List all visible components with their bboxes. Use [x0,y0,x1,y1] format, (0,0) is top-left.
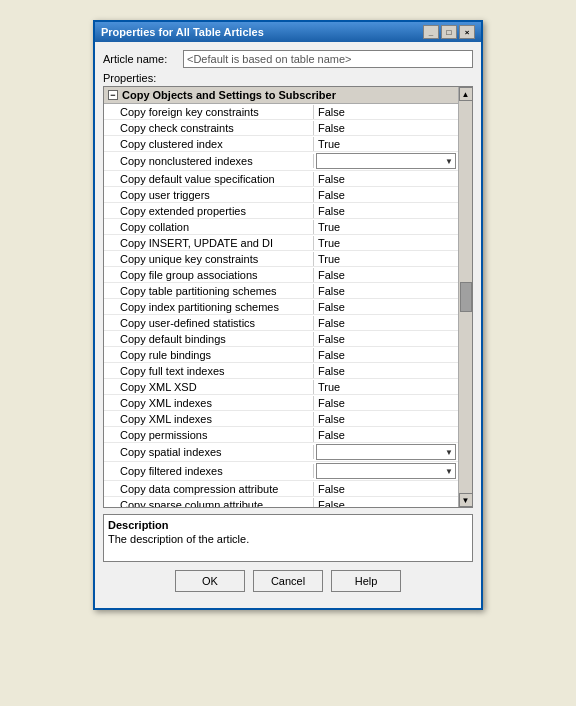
prop-row[interactable]: Copy permissions False [104,427,458,443]
prop-name: Copy check constraints [104,121,314,135]
prop-name: Copy foreign key constraints [104,105,314,119]
prop-name: Copy table partitioning schemes [104,284,314,298]
prop-row-nonclustered[interactable]: Copy nonclustered indexes ▼ [104,152,458,171]
prop-name: Copy XML XSD [104,380,314,394]
dropdown-arrow-icon: ▼ [445,448,453,457]
prop-name: Copy default value specification [104,172,314,186]
prop-name: Copy XML indexes [104,396,314,410]
prop-name: Copy user-defined statistics [104,316,314,330]
title-bar: Properties for All Table Articles _ □ × [95,22,481,42]
prop-row[interactable]: Copy collation True [104,219,458,235]
prop-value: False [314,121,458,135]
ok-button[interactable]: OK [175,570,245,592]
prop-row[interactable]: Copy index partitioning schemes False [104,299,458,315]
minimize-button[interactable]: _ [423,25,439,39]
prop-value: False [314,300,458,314]
dropdown-arrow-icon: ▼ [445,157,453,166]
prop-value: False [314,428,458,442]
prop-row[interactable]: Copy user triggers False [104,187,458,203]
prop-value: False [314,105,458,119]
prop-row[interactable]: Copy XML XSD True [104,379,458,395]
prop-name: Copy rule bindings [104,348,314,362]
properties-container: − Copy Objects and Settings to Subscribe… [103,86,473,508]
properties-list[interactable]: − Copy Objects and Settings to Subscribe… [104,87,458,507]
prop-row[interactable]: Copy unique key constraints True [104,251,458,267]
prop-dropdown: ▼ [314,443,458,461]
prop-value: False [314,172,458,186]
prop-value: False [314,268,458,282]
filtered-dropdown[interactable]: ▼ [316,463,456,479]
prop-row[interactable]: Copy extended properties False [104,203,458,219]
prop-value: False [314,412,458,426]
description-text: The description of the article. [108,533,468,545]
prop-value: False [314,188,458,202]
scroll-thumb[interactable] [460,282,472,312]
maximize-button[interactable]: □ [441,25,457,39]
prop-name: Copy unique key constraints [104,252,314,266]
description-title: Description [108,519,468,531]
prop-name: Copy full text indexes [104,364,314,378]
prop-name: Copy permissions [104,428,314,442]
scrollbar[interactable]: ▲ ▼ [458,87,472,507]
prop-name: Copy collation [104,220,314,234]
prop-row[interactable]: Copy clustered index True [104,136,458,152]
prop-value: False [314,332,458,346]
scroll-down-button[interactable]: ▼ [459,493,473,507]
prop-row[interactable]: Copy default bindings False [104,331,458,347]
prop-value: True [314,220,458,234]
window-title: Properties for All Table Articles [101,26,264,38]
prop-value: False [314,284,458,298]
prop-name: Copy filtered indexes [104,464,314,478]
prop-name: Copy default bindings [104,332,314,346]
properties-label: Properties: [103,72,473,84]
prop-value: True [314,137,458,151]
prop-row[interactable]: Copy check constraints False [104,120,458,136]
prop-name: Copy file group associations [104,268,314,282]
prop-row[interactable]: Copy table partitioning schemes False [104,283,458,299]
prop-name: Copy index partitioning schemes [104,300,314,314]
section-copy-label: Copy Objects and Settings to Subscriber [122,89,336,101]
prop-name: Copy nonclustered indexes [104,154,314,168]
prop-name: Copy data compression attribute [104,482,314,496]
prop-row[interactable]: Copy rule bindings False [104,347,458,363]
help-button[interactable]: Help [331,570,401,592]
prop-value: False [314,498,458,508]
main-window: Properties for All Table Articles _ □ × … [93,20,483,610]
article-name-label: Article name: [103,53,183,65]
close-button[interactable]: × [459,25,475,39]
prop-value: False [314,482,458,496]
prop-dropdown: ▼ [314,462,458,480]
button-row: OK Cancel Help [103,570,473,600]
prop-row[interactable]: Copy sparse column attribute False [104,497,458,507]
dropdown-arrow-icon: ▼ [445,467,453,476]
cancel-button[interactable]: Cancel [253,570,323,592]
prop-value: True [314,380,458,394]
prop-name: Copy clustered index [104,137,314,151]
section-toggle-copy[interactable]: − [108,90,118,100]
prop-row[interactable]: Copy file group associations False [104,267,458,283]
prop-row[interactable]: Copy user-defined statistics False [104,315,458,331]
prop-value: False [314,396,458,410]
scroll-up-button[interactable]: ▲ [459,87,473,101]
prop-name: Copy sparse column attribute [104,498,314,508]
prop-row-filtered[interactable]: Copy filtered indexes ▼ [104,462,458,481]
prop-row[interactable]: Copy foreign key constraints False [104,104,458,120]
spatial-dropdown[interactable]: ▼ [316,444,456,460]
nonclustered-dropdown[interactable]: ▼ [316,153,456,169]
prop-value: False [314,364,458,378]
description-area: Description The description of the artic… [103,514,473,562]
section-copy-objects[interactable]: − Copy Objects and Settings to Subscribe… [104,87,458,104]
prop-row[interactable]: Copy XML indexes False [104,395,458,411]
prop-name: Copy spatial indexes [104,445,314,459]
prop-row[interactable]: Copy INSERT, UPDATE and DI True [104,235,458,251]
prop-row-spatial[interactable]: Copy spatial indexes ▼ [104,443,458,462]
prop-row[interactable]: Copy full text indexes False [104,363,458,379]
prop-row[interactable]: Copy default value specification False [104,171,458,187]
prop-row[interactable]: Copy data compression attribute False [104,481,458,497]
prop-value: False [314,316,458,330]
article-name-input[interactable] [183,50,473,68]
prop-value: True [314,236,458,250]
prop-name: Copy INSERT, UPDATE and DI [104,236,314,250]
prop-row[interactable]: Copy XML indexes False [104,411,458,427]
prop-value: False [314,204,458,218]
